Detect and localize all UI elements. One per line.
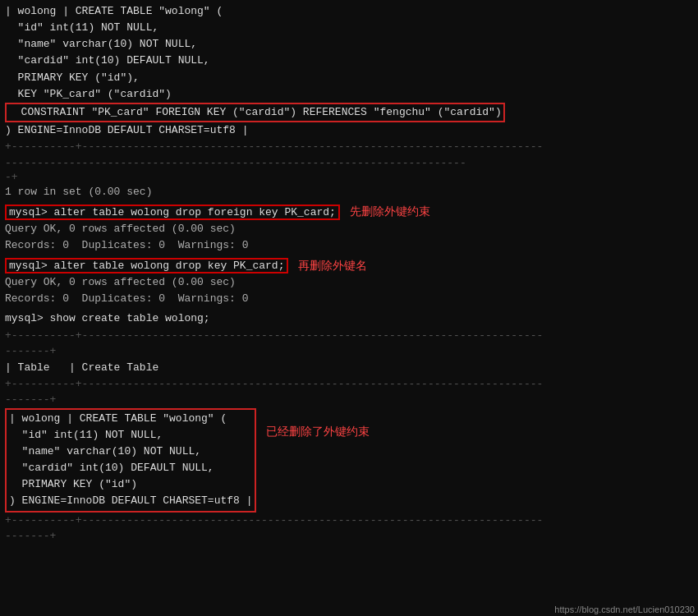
separator-4b: -------+	[5, 392, 693, 408]
line-ct2-1: | wolong | CREATE TABLE "wolong" (	[9, 411, 252, 427]
line-create-5: PRIMARY KEY ("id"),	[5, 70, 693, 86]
line-create-2: "id" int(11) NOT NULL,	[5, 20, 693, 36]
query-ok-1: Query OK, 0 rows affected (0.00 sec)	[5, 221, 693, 237]
terminal-window: | wolong | CREATE TABLE "wolong" ( "id" …	[0, 0, 698, 616]
annotation-3: 已经删除了外键约束	[266, 408, 370, 439]
line-create-4: "cardid" int(10) DEFAULT NULL,	[5, 53, 693, 69]
command-3-text: mysql> show create table wolong;	[5, 310, 693, 327]
line-ct2-5: PRIMARY KEY ("id")	[9, 476, 252, 493]
annotation-1: 先删除外键约束	[350, 205, 430, 219]
separator-final-b: -------+	[5, 528, 693, 545]
terminal-content: | wolong | CREATE TABLE "wolong" ( "id" …	[0, 0, 698, 548]
records-1: Records: 0 Duplicates: 0 Warnings: 0	[5, 237, 693, 254]
line-create-6: KEY "PK_card" ("cardid")	[5, 86, 693, 103]
annotation-2: 再删除外键名	[298, 259, 367, 274]
command-1-text: mysql> alter table wolong drop foreign k…	[9, 206, 336, 218]
table-header: | Table | Create Table	[5, 360, 693, 376]
separator-4a: +----------+----------------------------…	[5, 376, 693, 393]
separator-3a: +----------+----------------------------…	[5, 328, 693, 344]
records-2: Records: 0 Duplicates: 0 Warnings: 0	[5, 291, 693, 307]
separator-1a: +----------+----------------------------…	[5, 139, 693, 155]
line-create-1: | wolong | CREATE TABLE "wolong" (	[5, 3, 693, 20]
create-table-section-2-wrapper: | wolong | CREATE TABLE "wolong" ( "id" …	[5, 408, 693, 513]
create-table-section-1: | wolong | CREATE TABLE "wolong" ( "id" …	[5, 3, 693, 139]
line-ct2-6: ) ENGINE=InnoDB DEFAULT CHARSET=utf8 |	[9, 493, 252, 509]
watermark: https://blog.csdn.net/Lucien010230	[554, 605, 695, 614]
constraint-line: CONSTRAINT "PK_card" FOREIGN KEY ("cardi…	[8, 106, 502, 118]
command-2-section: mysql> alter table wolong drop key PK_ca…	[5, 258, 693, 274]
line-ct2-2: "id" int(11) NOT NULL,	[9, 427, 252, 444]
constraint-box: CONSTRAINT "PK_card" FOREIGN KEY ("cardi…	[5, 103, 505, 122]
row-count: 1 row in set (0.00 sec)	[5, 184, 693, 200]
line-engine-1: ) ENGINE=InnoDB DEFAULT CHARSET=utf8 |	[5, 122, 693, 139]
create-table-section-2-box: | wolong | CREATE TABLE "wolong" ( "id" …	[5, 408, 256, 513]
line-ct2-4: "cardid" int(10) DEFAULT NULL,	[9, 460, 252, 476]
separator-3b: -------+	[5, 343, 693, 360]
separator-1b: ----------------------------------------…	[5, 155, 693, 172]
line-ct2-3: "name" varchar(10) NOT NULL,	[9, 444, 252, 460]
command-2-text: mysql> alter table wolong drop key PK_ca…	[9, 260, 284, 272]
command-1-section: mysql> alter table wolong drop foreign k…	[5, 205, 693, 220]
separator-final-a: +----------+----------------------------…	[5, 513, 693, 529]
separator-1c: -+	[5, 171, 693, 184]
line-create-3: "name" varchar(10) NOT NULL,	[5, 36, 693, 53]
query-ok-2: Query OK, 0 rows affected (0.00 sec)	[5, 274, 693, 291]
